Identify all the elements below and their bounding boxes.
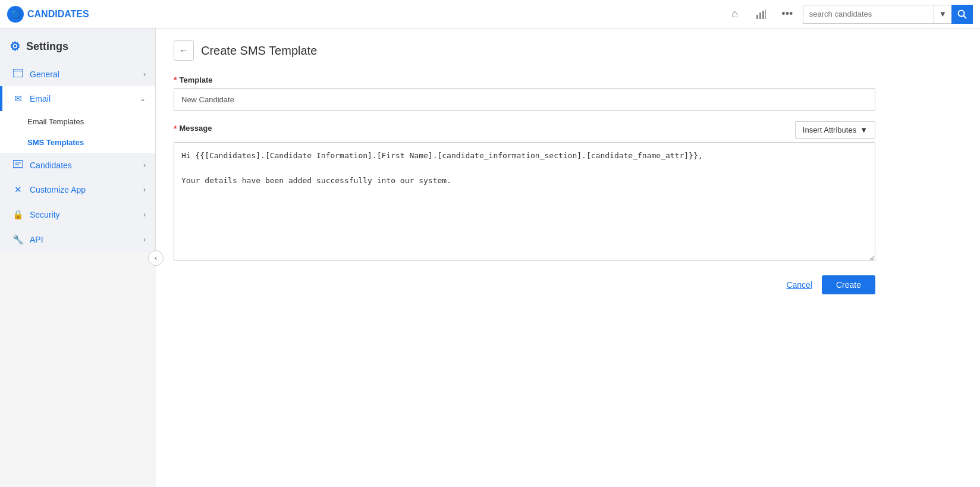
security-icon: 🔒	[12, 209, 24, 220]
message-header: * Message Insert Attributes ▼	[174, 121, 875, 139]
insert-attributes-label: Insert Attributes	[803, 125, 856, 134]
layout: ⚙ Settings General › ✉ Email ⌄	[0, 29, 980, 487]
sidebar-subitem-email-templates[interactable]: Email Templates	[0, 111, 155, 132]
settings-label: Settings	[26, 40, 68, 53]
sidebar: ⚙ Settings General › ✉ Email ⌄	[0, 29, 156, 252]
svg-rect-1	[759, 12, 761, 19]
chart-button[interactable]	[750, 4, 772, 25]
sidebar-item-email[interactable]: ✉ Email ⌄	[0, 86, 155, 111]
svg-rect-6	[13, 69, 23, 77]
main-content: ← Create SMS Template * Template * Messa…	[156, 29, 980, 487]
page-header: ← Create SMS Template	[174, 40, 962, 61]
message-textarea[interactable]: Hi {{[Candidates].[Candidate Information…	[174, 142, 875, 261]
form-section: * Template * Message Insert Attributes ▼	[174, 75, 875, 294]
cancel-link[interactable]: Cancel	[786, 280, 812, 290]
back-icon: ←	[179, 45, 189, 56]
sidebar-item-security-label: Security	[30, 210, 137, 219]
email-icon: ✉	[12, 93, 24, 104]
form-actions: Cancel Create	[174, 275, 875, 294]
template-required-star: *	[174, 75, 177, 84]
sidebar-item-candidates[interactable]: Candidates ›	[0, 153, 155, 177]
sidebar-subitem-sms-templates[interactable]: SMS Templates	[0, 132, 155, 153]
search-container: ▼	[803, 5, 973, 24]
general-chevron: ›	[143, 70, 146, 78]
sidebar-item-api-label: API	[30, 235, 137, 244]
message-form-group: * Message Insert Attributes ▼ Hi {{[Cand…	[174, 121, 875, 263]
sidebar-item-api[interactable]: 🔧 API ›	[0, 227, 155, 252]
api-icon: 🔧	[12, 234, 24, 245]
sidebar-wrapper: ⚙ Settings General › ✉ Email ⌄	[0, 29, 156, 487]
search-submit-button[interactable]	[951, 5, 973, 24]
candidates-icon	[12, 160, 24, 170]
brand: 🔵 CANDIDATES	[7, 6, 89, 23]
sidebar-item-customize-label: Customize App	[30, 185, 137, 194]
more-button[interactable]: •••	[777, 4, 798, 25]
template-label: * Template	[174, 75, 875, 84]
email-chevron: ⌄	[140, 95, 146, 103]
search-dropdown-button[interactable]: ▼	[934, 5, 951, 24]
top-nav: 🔵 CANDIDATES ⌂ ••• ▼	[0, 0, 980, 29]
brand-name: CANDIDATES	[27, 9, 89, 20]
more-dots: •••	[781, 8, 793, 20]
candidates-chevron: ›	[143, 161, 146, 169]
sidebar-item-general[interactable]: General ›	[0, 62, 155, 86]
svg-rect-7	[13, 71, 23, 71]
general-icon	[12, 69, 24, 79]
brand-icon: 🔵	[7, 6, 24, 23]
customize-icon: ✕	[12, 184, 24, 195]
create-button[interactable]: Create	[822, 275, 875, 294]
insert-attributes-chevron: ▼	[860, 125, 868, 134]
sidebar-item-customize-app[interactable]: ✕ Customize App ›	[0, 177, 155, 202]
sidebar-item-general-label: General	[30, 70, 137, 79]
svg-rect-0	[756, 15, 758, 19]
template-input[interactable]	[174, 88, 875, 111]
back-button[interactable]: ←	[174, 40, 194, 61]
svg-rect-8	[13, 161, 23, 168]
svg-rect-3	[765, 10, 766, 19]
sidebar-collapse-button[interactable]: ‹	[148, 250, 164, 266]
sidebar-item-email-label: Email	[30, 94, 134, 103]
insert-attributes-button[interactable]: Insert Attributes ▼	[795, 121, 875, 139]
sidebar-item-candidates-label: Candidates	[30, 161, 137, 170]
search-input[interactable]	[803, 5, 934, 24]
svg-line-5	[964, 15, 967, 18]
customize-chevron: ›	[143, 186, 146, 194]
email-sub-items: Email Templates SMS Templates	[0, 111, 155, 153]
gear-icon: ⚙	[10, 39, 20, 54]
home-button[interactable]: ⌂	[724, 4, 746, 25]
sidebar-item-security[interactable]: 🔒 Security ›	[0, 202, 155, 227]
security-chevron: ›	[143, 210, 146, 219]
settings-header: ⚙ Settings	[0, 29, 155, 62]
message-label: * Message	[174, 124, 212, 133]
template-form-group: * Template	[174, 75, 875, 111]
svg-point-4	[959, 10, 965, 16]
api-chevron: ›	[143, 235, 146, 244]
message-required-star: *	[174, 124, 177, 133]
page-title: Create SMS Template	[201, 44, 317, 58]
svg-rect-2	[762, 11, 764, 19]
